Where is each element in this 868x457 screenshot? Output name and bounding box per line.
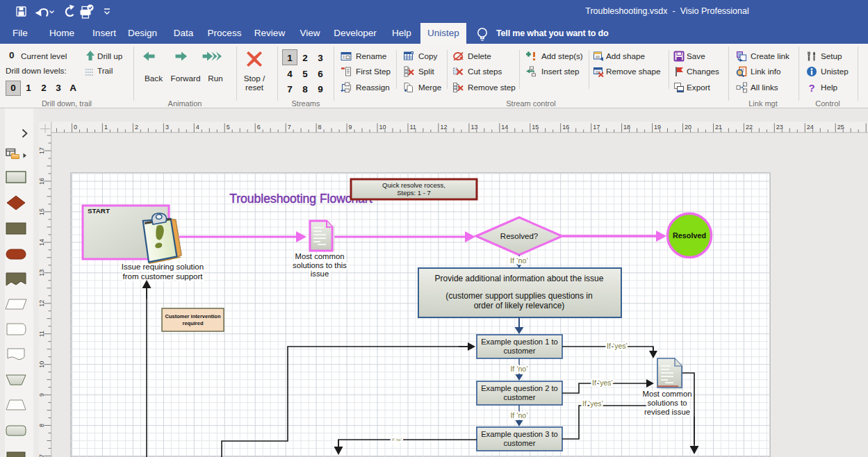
svg-text:9: 9	[349, 124, 352, 131]
svg-text:1: 1	[104, 124, 108, 131]
svg-text:Provide additional information: Provide additional information about the…	[435, 274, 604, 283]
svg-text:3: 3	[165, 124, 169, 131]
svg-text:required: required	[182, 320, 203, 326]
svg-text:7: 7	[38, 454, 45, 457]
svg-text:If ‘no’: If ‘no’	[510, 365, 527, 373]
svg-text:(customer support supplies que: (customer support supplies questions in	[445, 291, 592, 301]
svg-text:8: 8	[38, 424, 45, 427]
svg-text:Steps: 1 - 7: Steps: 1 - 7	[397, 189, 431, 197]
svg-text:Most common: Most common	[295, 252, 345, 260]
svg-text:23: 23	[776, 124, 783, 131]
svg-text:12: 12	[38, 300, 45, 307]
svg-text:25: 25	[837, 124, 844, 131]
svg-text:If ‘yes’: If ‘yes’	[592, 379, 613, 387]
svg-text:solutions to this: solutions to this	[293, 261, 347, 269]
svg-text:2: 2	[135, 124, 138, 131]
svg-text:0: 0	[74, 124, 77, 131]
svg-text:customer: customer	[503, 393, 535, 401]
svg-text:10: 10	[379, 124, 386, 131]
svg-text:14: 14	[501, 124, 508, 131]
svg-text:12: 12	[440, 124, 447, 131]
svg-text:9: 9	[38, 393, 45, 397]
svg-text:Resolved?: Resolved?	[500, 232, 538, 240]
svg-text:5: 5	[227, 124, 230, 131]
svg-text:24: 24	[807, 124, 814, 131]
svg-text:18: 18	[623, 124, 630, 131]
svg-text:4: 4	[196, 124, 199, 131]
svg-text:customer: customer	[503, 347, 535, 355]
svg-text:Example question 2 to: Example question 2 to	[481, 384, 558, 392]
svg-text:8: 8	[318, 124, 322, 131]
svg-text:customer: customer	[503, 439, 535, 447]
svg-text:16: 16	[562, 124, 569, 131]
svg-text:11: 11	[410, 124, 416, 131]
svg-text:solutions to: solutions to	[647, 399, 687, 407]
svg-text:6: 6	[257, 124, 261, 131]
svg-text:11: 11	[38, 331, 45, 337]
svg-text:Resolved: Resolved	[673, 231, 706, 240]
svg-text:Quick resolve rocess,: Quick resolve rocess,	[382, 181, 445, 189]
svg-text:13: 13	[470, 124, 477, 131]
svg-text:Customer intervention: Customer intervention	[165, 313, 220, 319]
svg-text:14: 14	[38, 239, 45, 246]
svg-text:13: 13	[38, 269, 45, 276]
svg-text:issue: issue	[311, 269, 329, 278]
svg-text:19: 19	[654, 124, 661, 131]
svg-text:Example question 3 to: Example question 3 to	[481, 430, 558, 438]
svg-text:15: 15	[38, 208, 45, 215]
svg-text:22: 22	[746, 124, 753, 131]
svg-text:Issue requiring solution: Issue requiring solution	[122, 263, 204, 271]
svg-text:from customer support: from customer support	[122, 272, 203, 281]
svg-text:Example question 1 to: Example question 1 to	[481, 338, 558, 346]
svg-text:revised issue: revised issue	[644, 408, 690, 416]
svg-text:15: 15	[532, 124, 539, 131]
svg-text:20: 20	[685, 124, 691, 131]
svg-text:17: 17	[38, 147, 45, 154]
svg-text:21: 21	[715, 124, 722, 131]
svg-text:START: START	[88, 207, 110, 215]
svg-text:If ‘no’: If ‘no’	[392, 438, 402, 442]
svg-text:Most common: Most common	[643, 390, 692, 398]
svg-text:order of likely relevance): order of likely relevance)	[474, 301, 565, 310]
svg-text:10: 10	[38, 361, 45, 368]
svg-text:17: 17	[593, 124, 600, 131]
svg-text:16: 16	[38, 178, 45, 185]
svg-text:If ‘no’: If ‘no’	[510, 411, 527, 419]
svg-text:?: ?	[808, 82, 814, 93]
svg-text:7: 7	[288, 124, 291, 131]
svg-text:If ‘yes’: If ‘yes’	[582, 399, 603, 408]
svg-text:If ‘no’: If ‘no’	[510, 256, 528, 265]
svg-text:If ‘yes’: If ‘yes’	[607, 342, 628, 350]
